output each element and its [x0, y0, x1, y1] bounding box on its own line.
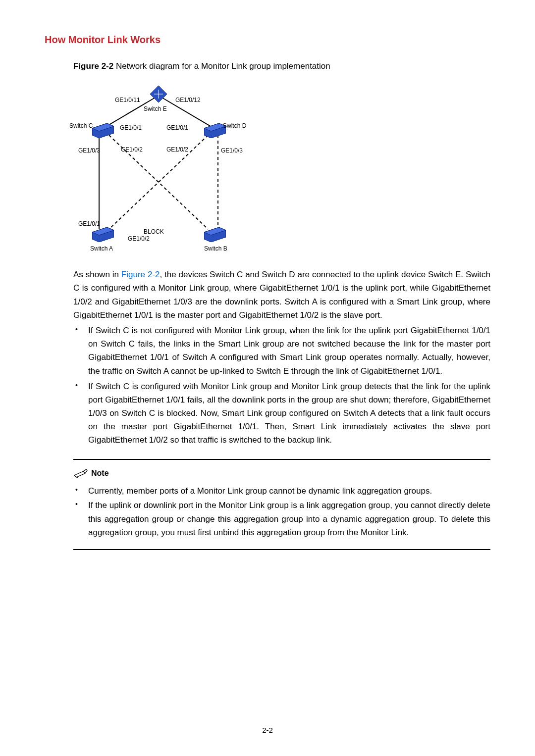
note-icon — [73, 468, 88, 479]
label-switch-c: Switch C — [69, 121, 93, 131]
bullet-item: If Switch C is not configured with Monit… — [73, 324, 490, 378]
page-number: 2-2 — [0, 724, 535, 736]
figure-reference-link[interactable]: Figure 2-2 — [121, 270, 160, 279]
network-diagram: Switch E Switch C Switch D Switch A Swit… — [69, 81, 248, 254]
switch-b-device-icon — [204, 227, 226, 242]
bullet-list: If Switch C is not configured with Monit… — [45, 324, 490, 447]
section-heading: How Monitor Link Works — [45, 32, 490, 48]
note-box: Note Currently, member ports of a Monito… — [73, 459, 490, 550]
bullet-item: If Switch C is configured with Monitor L… — [73, 380, 490, 447]
label-ge101-right: GE1/0/1 — [166, 123, 188, 133]
intro-paragraph: As shown in Figure 2-2, the devices Swit… — [73, 268, 490, 322]
label-switch-a: Switch A — [90, 244, 113, 253]
note-label: Note — [91, 467, 109, 480]
svg-marker-13 — [74, 469, 87, 477]
label-switch-b: Switch B — [204, 244, 227, 253]
label-block: BLOCK — [144, 227, 164, 237]
label-ge102-d: GE1/0/2 — [166, 145, 188, 154]
label-ge103-c: GE1/0/3 — [78, 146, 100, 155]
figure-caption: Figure 2-2 Network diagram for a Monitor… — [73, 59, 490, 73]
figure-caption-bold: Figure 2-2 — [73, 61, 113, 71]
switch-a-device-icon — [92, 227, 114, 242]
note-list: Currently, member ports of a Monitor Lin… — [73, 484, 490, 539]
page: How Monitor Link Works Figure 2-2 Networ… — [0, 0, 535, 756]
note-item: If the uplink or downlink port in the Mo… — [73, 499, 490, 539]
label-ge101-left: GE1/0/1 — [120, 123, 142, 133]
label-switch-e: Switch E — [144, 104, 167, 114]
switch-e-device-icon — [149, 85, 168, 103]
label-ge103-d: GE1/0/3 — [221, 146, 243, 155]
intro-pre: As shown in — [73, 270, 121, 279]
figure-caption-text: Network diagram for a Monitor Link group… — [113, 61, 330, 71]
label-switch-d: Switch D — [223, 121, 246, 131]
note-heading: Note — [73, 467, 490, 480]
label-ge102-c: GE1/0/2 — [121, 145, 143, 154]
svg-line-15 — [83, 471, 85, 473]
switch-c-device-icon — [92, 123, 114, 138]
label-ge1011: GE1/0/11 — [115, 96, 140, 105]
note-item: Currently, member ports of a Monitor Lin… — [73, 484, 490, 498]
label-ge101-a: GE1/0/1 — [78, 219, 100, 229]
diagram-container: Switch E Switch C Switch D Switch A Swit… — [69, 81, 490, 254]
label-ge1012: GE1/0/12 — [175, 96, 201, 105]
